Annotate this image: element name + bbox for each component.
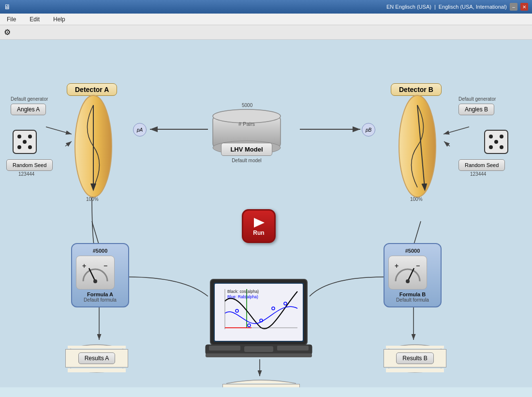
svg-rect-48 xyxy=(244,346,273,352)
detector-b-disk xyxy=(396,91,439,203)
title-bar-left: 🖥 xyxy=(4,3,11,11)
seed-value-b: 123444 xyxy=(470,170,486,177)
svg-point-57 xyxy=(500,135,503,138)
lang2-label: Englisch (USA, International) xyxy=(439,4,507,10)
settings-icon[interactable]: ⚙ xyxy=(4,28,11,37)
svg-text:Black: cos(alpha): Black: cos(alpha) xyxy=(227,289,259,294)
svg-rect-66 xyxy=(386,368,444,372)
menu-bar: File Edit Help xyxy=(0,14,532,25)
correlations-scroll: CHSH: 1.75 Correlations xyxy=(222,376,300,387)
lhv-model-desc: Default model xyxy=(206,158,288,163)
svg-marker-32 xyxy=(254,218,265,228)
svg-rect-50 xyxy=(277,346,309,351)
title-bar: 🖥 EN Englisch (USA) | Englisch (USA, Int… xyxy=(0,0,532,14)
svg-point-14 xyxy=(17,135,21,138)
lhv-container: # Pairs LHV Model Default model xyxy=(206,107,288,163)
menu-edit[interactable]: Edit xyxy=(27,15,43,24)
pA-label: pA xyxy=(133,123,147,137)
svg-point-56 xyxy=(489,135,493,138)
svg-line-12 xyxy=(443,127,469,134)
close-button[interactable]: ✕ xyxy=(520,3,528,11)
main-canvas: Default generator Angles A Random Seed 1… xyxy=(0,40,532,387)
generator-a-text: Default generator xyxy=(11,96,48,102)
svg-line-9 xyxy=(65,141,72,146)
results-b-scroll: Results B xyxy=(384,340,446,379)
results-a-button[interactable]: Results A xyxy=(78,352,116,364)
menu-file[interactable]: File xyxy=(4,15,19,24)
formula-b-desc: Default formula xyxy=(388,297,437,303)
svg-text:# Pairs: # Pairs xyxy=(238,121,255,127)
angles-b-button[interactable]: Angles B xyxy=(458,104,494,115)
lang-sep: | xyxy=(434,4,436,10)
formula-a-box[interactable]: #5000 + − Formula A Default formula xyxy=(71,243,129,307)
app-icon: 🖥 xyxy=(4,3,11,11)
svg-rect-49 xyxy=(209,346,240,351)
chsh-value: CHSH: 1.75 xyxy=(228,386,295,387)
svg-rect-51 xyxy=(206,353,312,357)
gauge-a: + − xyxy=(76,256,115,290)
svg-text:+: + xyxy=(82,262,86,270)
svg-point-59 xyxy=(489,145,493,149)
svg-rect-65 xyxy=(386,346,444,349)
run-button[interactable]: Run xyxy=(242,209,276,243)
formula-b-count: #5000 xyxy=(388,248,437,254)
svg-point-17 xyxy=(17,145,21,149)
angles-a-button[interactable]: Angles A xyxy=(11,104,46,115)
svg-point-25 xyxy=(93,279,97,283)
random-seed-a-button[interactable]: Random Seed xyxy=(6,159,53,171)
toolbar: ⚙ xyxy=(0,25,532,40)
formula-a-desc: Default formula xyxy=(76,297,124,303)
svg-line-4 xyxy=(92,221,99,245)
svg-text:+: + xyxy=(395,262,399,270)
pB-label: pB xyxy=(362,123,375,137)
results-a-scroll: Results A xyxy=(65,340,128,379)
svg-text:−: − xyxy=(416,262,420,270)
efficiency-a: 100% xyxy=(86,196,99,202)
results-b-button[interactable]: Results B xyxy=(396,352,433,364)
lhv-model-button[interactable]: LHV Model xyxy=(221,143,272,156)
generator-b-label: Default generator xyxy=(458,95,496,102)
svg-text:Blue: Rab(alpha): Blue: Rab(alpha) xyxy=(227,294,258,299)
svg-line-10 xyxy=(46,127,72,134)
svg-rect-26 xyxy=(68,346,126,349)
svg-point-18 xyxy=(28,145,32,149)
seed-value-a: 123444 xyxy=(18,170,34,177)
formula-b-label: Formula B xyxy=(388,291,437,297)
svg-line-5 xyxy=(414,221,421,245)
detector-a-disk xyxy=(72,91,115,203)
svg-point-15 xyxy=(28,135,32,138)
random-seed-b-button[interactable]: Random Seed xyxy=(458,159,505,171)
title-bar-right: EN Englisch (USA) | Englisch (USA, Inter… xyxy=(386,3,528,11)
formula-b-box[interactable]: #5000 + − Formula B Default formula xyxy=(384,243,442,307)
svg-point-16 xyxy=(23,140,27,144)
generator-a-label: Default generator xyxy=(11,95,48,102)
efficiency-b: 100% xyxy=(410,196,423,202)
lang1-label: EN Englisch (USA) xyxy=(386,4,431,10)
formula-a-count: #5000 xyxy=(76,248,124,254)
formula-a-label: Formula A xyxy=(76,291,124,297)
svg-point-60 xyxy=(500,145,503,149)
gauge-b: + − xyxy=(388,256,427,290)
svg-text:−: − xyxy=(103,262,107,270)
svg-line-11 xyxy=(444,141,450,146)
svg-rect-27 xyxy=(68,368,126,372)
minimize-button[interactable]: – xyxy=(510,3,517,11)
laptop: Black: cos(alpha) Blue: Rab(alpha) xyxy=(203,277,314,368)
dice-b[interactable] xyxy=(484,129,509,154)
svg-point-58 xyxy=(494,140,498,144)
menu-help[interactable]: Help xyxy=(50,15,68,24)
dice-a[interactable] xyxy=(12,129,37,154)
svg-point-64 xyxy=(406,279,410,283)
